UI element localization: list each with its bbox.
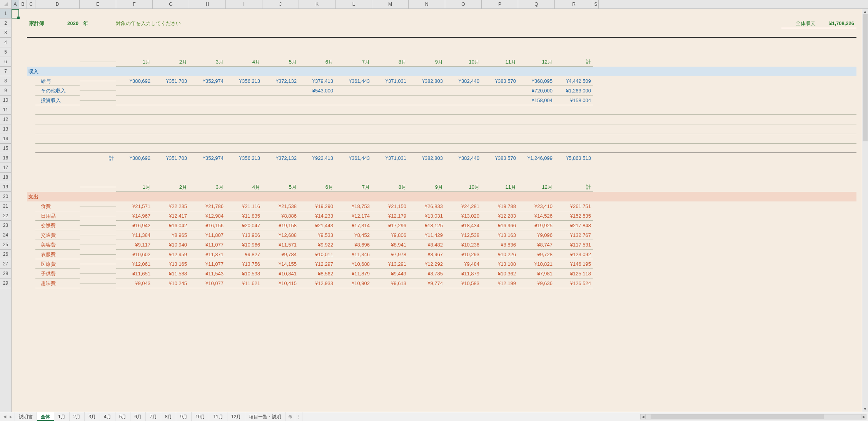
row-head-27[interactable]: 27 <box>0 259 11 269</box>
row-head-3[interactable]: 3 <box>0 28 11 38</box>
col-head-A[interactable]: A <box>12 0 19 8</box>
data-cell[interactable]: ¥11,807 <box>189 230 226 240</box>
data-cell[interactable]: ¥10,236 <box>445 240 482 250</box>
data-cell[interactable]: ¥9,806 <box>372 230 409 240</box>
scroll-right-button[interactable]: ▶ <box>861 414 866 419</box>
data-cell[interactable]: ¥12,292 <box>409 259 445 269</box>
data-cell[interactable]: ¥12,417 <box>153 211 189 221</box>
data-cell[interactable]: ¥16,942 <box>116 221 153 230</box>
data-cell[interactable]: ¥1,263,000 <box>555 86 593 96</box>
data-cell[interactable]: ¥10,415 <box>262 278 299 288</box>
row-head-18[interactable]: 18 <box>0 173 11 182</box>
col-head-P[interactable]: P <box>482 0 518 8</box>
data-cell[interactable]: ¥12,538 <box>445 230 482 240</box>
data-cell[interactable]: ¥152,535 <box>555 211 593 221</box>
data-cell[interactable]: ¥9,728 <box>518 250 555 259</box>
data-cell[interactable]: ¥10,598 <box>226 269 262 278</box>
data-cell[interactable] <box>226 96 262 105</box>
data-cell[interactable]: ¥14,967 <box>116 211 153 221</box>
data-cell[interactable]: ¥19,925 <box>518 221 555 230</box>
data-cell[interactable]: ¥4,442,509 <box>555 76 593 86</box>
data-cell[interactable]: ¥17,296 <box>372 221 409 230</box>
data-cell[interactable]: ¥379,413 <box>299 76 336 86</box>
data-cell[interactable]: ¥11,346 <box>336 250 372 259</box>
data-cell[interactable]: ¥16,042 <box>153 221 189 230</box>
data-cell[interactable]: ¥11,571 <box>262 240 299 250</box>
data-cell[interactable]: ¥9,636 <box>518 278 555 288</box>
data-cell[interactable]: ¥18,125 <box>409 221 445 230</box>
row-head-10[interactable]: 10 <box>0 96 11 105</box>
row-head-1[interactable]: 1 <box>0 9 11 18</box>
horizontal-scrollbar[interactable]: ◀ ▶ <box>302 412 868 421</box>
data-cell[interactable]: ¥13,165 <box>153 259 189 269</box>
tab-first-icon[interactable]: ◄ <box>2 414 7 419</box>
row-head-26[interactable]: 26 <box>0 250 11 259</box>
data-cell[interactable]: ¥351,703 <box>153 76 189 86</box>
data-cell[interactable]: ¥10,011 <box>299 250 336 259</box>
data-cell[interactable]: ¥20,047 <box>226 221 262 230</box>
data-cell[interactable]: ¥24,281 <box>445 201 482 211</box>
data-cell[interactable]: ¥14,155 <box>262 259 299 269</box>
data-cell[interactable] <box>336 86 372 96</box>
row-head-21[interactable]: 21 <box>0 201 11 211</box>
tab-nav-buttons[interactable]: ◄ ▸ <box>0 412 15 421</box>
row-head-9[interactable]: 9 <box>0 86 11 96</box>
data-cell[interactable]: ¥371,031 <box>372 76 409 86</box>
data-cell[interactable]: ¥356,213 <box>226 76 262 86</box>
data-cell[interactable]: ¥14,233 <box>299 211 336 221</box>
row-head-16[interactable]: 16 <box>0 153 11 163</box>
row-head-25[interactable]: 25 <box>0 240 11 250</box>
data-cell[interactable]: ¥12,174 <box>336 211 372 221</box>
data-cell[interactable] <box>116 96 153 105</box>
data-cell[interactable]: ¥22,235 <box>153 201 189 211</box>
data-cell[interactable] <box>226 86 262 96</box>
col-head-N[interactable]: N <box>409 0 445 8</box>
row-head-28[interactable]: 28 <box>0 269 11 278</box>
data-cell[interactable]: ¥10,966 <box>226 240 262 250</box>
col-head-R[interactable]: R <box>555 0 593 8</box>
data-cell[interactable]: ¥12,984 <box>189 211 226 221</box>
data-cell[interactable]: ¥12,283 <box>482 211 518 221</box>
col-head-B[interactable]: B <box>19 0 27 8</box>
data-cell[interactable]: ¥8,965 <box>153 230 189 240</box>
data-cell[interactable]: ¥11,371 <box>189 250 226 259</box>
data-cell[interactable]: ¥10,226 <box>482 250 518 259</box>
data-cell[interactable] <box>482 86 518 96</box>
data-cell[interactable] <box>189 96 226 105</box>
data-cell[interactable]: ¥21,150 <box>372 201 409 211</box>
row-head-29[interactable]: 29 <box>0 278 11 288</box>
col-head-E[interactable]: E <box>80 0 116 8</box>
data-cell[interactable]: ¥13,756 <box>226 259 262 269</box>
data-cell[interactable]: ¥720,000 <box>518 86 555 96</box>
data-cell[interactable] <box>409 96 445 105</box>
data-cell[interactable]: ¥8,747 <box>518 240 555 250</box>
data-cell[interactable]: ¥12,061 <box>116 259 153 269</box>
data-cell[interactable]: ¥158,004 <box>555 96 593 105</box>
data-cell[interactable]: ¥10,362 <box>482 269 518 278</box>
data-cell[interactable]: ¥11,077 <box>189 259 226 269</box>
data-cell[interactable]: ¥13,031 <box>409 211 445 221</box>
data-cell[interactable]: ¥7,981 <box>518 269 555 278</box>
col-head-C[interactable]: C <box>27 0 35 8</box>
col-head-O[interactable]: O <box>445 0 482 8</box>
data-cell[interactable]: ¥11,879 <box>445 269 482 278</box>
data-cell[interactable]: ¥8,785 <box>409 269 445 278</box>
sheet-tab[interactable]: 9月 <box>176 412 192 421</box>
data-cell[interactable]: ¥9,784 <box>262 250 299 259</box>
sheet-tab[interactable]: 11月 <box>209 412 227 421</box>
row-head-20[interactable]: 20 <box>0 192 11 201</box>
row-head-8[interactable]: 8 <box>0 76 11 86</box>
data-cell[interactable] <box>409 86 445 96</box>
data-cell[interactable] <box>299 96 336 105</box>
data-cell[interactable]: ¥117,531 <box>555 240 593 250</box>
select-all-corner[interactable] <box>0 0 12 8</box>
data-cell[interactable]: ¥16,156 <box>189 221 226 230</box>
vertical-scrollbar[interactable]: ▲ ▼ <box>862 9 868 412</box>
scroll-left-button[interactable]: ◀ <box>640 414 646 419</box>
data-cell[interactable]: ¥9,484 <box>445 259 482 269</box>
data-cell[interactable]: ¥382,440 <box>445 76 482 86</box>
row-head-5[interactable]: 5 <box>0 47 11 57</box>
data-cell[interactable]: ¥8,482 <box>409 240 445 250</box>
data-cell[interactable]: ¥383,570 <box>482 76 518 86</box>
tab-drag-handle[interactable]: ⋮ <box>295 412 302 421</box>
